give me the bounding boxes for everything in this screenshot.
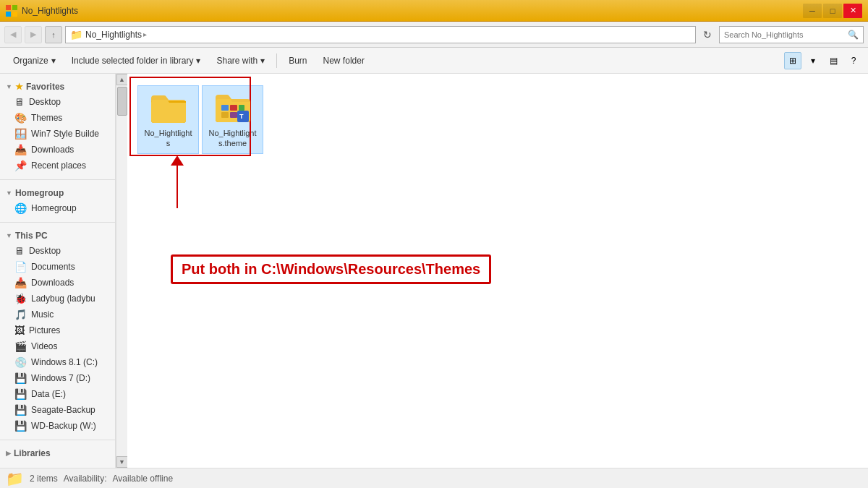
address-bar[interactable]: 📁 No_Hightlights ▸ — [65, 26, 696, 43]
desktop-icon: 🖥 — [14, 96, 25, 108]
sidebar-item-win7stylebuilder[interactable]: 🪟 Win7 Style Builde — [0, 126, 115, 142]
include-library-button[interactable]: Include selected folder in library ▾ — [64, 51, 208, 71]
svg-rect-7 — [221, 112, 229, 118]
themes-icon: 🎨 — [14, 112, 27, 124]
sidebar-item-documents[interactable]: 📄 Documents — [0, 259, 115, 275]
music-icon: 🎵 — [14, 309, 27, 320]
status-bar: 📁 2 items Availability: Available offlin… — [0, 468, 868, 488]
status-folder-icon: 📁 — [6, 470, 24, 487]
up-button[interactable]: ↑ — [45, 26, 62, 43]
thispc-header[interactable]: ▼ This PC — [0, 228, 115, 243]
address-path: No_Hightlights ▸ — [85, 30, 147, 40]
large-icons-view-button[interactable]: ⊞ — [784, 52, 801, 69]
address-folder-icon: 📁 — [70, 29, 82, 40]
folder-icon-wrapper — [151, 90, 186, 125]
svg-text:T: T — [239, 113, 244, 120]
documents-icon: 📄 — [14, 261, 27, 273]
sidebar-item-videos[interactable]: 🎬 Videos — [0, 338, 115, 354]
view-dropdown-button[interactable]: ▾ — [804, 52, 822, 69]
help-button[interactable]: ? — [845, 52, 862, 69]
sidebar-item-desktop[interactable]: 🖥 Desktop — [0, 94, 115, 110]
downloads-icon: 📥 — [14, 144, 27, 155]
desktop2-icon: 🖥 — [14, 245, 25, 257]
scroll-down-arrow[interactable]: ▼ — [116, 456, 128, 468]
sidebar-item-pictures[interactable]: 🖼 Pictures — [0, 322, 115, 338]
toolbar-separator — [276, 53, 277, 68]
pictures-icon: 🖼 — [14, 325, 25, 336]
file-list: No_Hightlights — [137, 85, 861, 154]
divider-2 — [0, 222, 115, 223]
folder-icon — [151, 93, 186, 123]
homegroup-header[interactable]: ▼ Homegroup — [0, 186, 115, 200]
address-arrow: ▸ — [143, 30, 147, 38]
recentplaces-icon: 📌 — [14, 160, 27, 171]
forward-button[interactable]: ▶ — [25, 26, 42, 43]
sidebar: ▼ ★ Favorites 🖥 Desktop 🎨 Themes 🪟 Win7 … — [0, 74, 116, 468]
svg-rect-5 — [230, 105, 237, 111]
svg-rect-3 — [12, 12, 17, 17]
sidebar-panel: ▼ ★ Favorites 🖥 Desktop 🎨 Themes 🪟 Win7 … — [0, 74, 127, 468]
annotation-text: Put both in C:\Windows\Resources\Themes — [182, 261, 480, 277]
burn-button[interactable]: Burn — [281, 51, 314, 71]
organize-button[interactable]: Organize ▾ — [6, 51, 63, 71]
favorites-section: ▼ ★ Favorites 🖥 Desktop 🎨 Themes 🪟 Win7 … — [0, 77, 115, 176]
svg-rect-6 — [239, 105, 244, 111]
seagate-icon: 💾 — [14, 404, 27, 416]
win7style-icon: 🪟 — [14, 128, 27, 140]
annotation-arrowhead — [171, 155, 184, 166]
sidebar-item-downloads2[interactable]: 📥 Downloads — [0, 275, 115, 291]
homegroup-icon: 🌐 — [14, 202, 27, 214]
libraries-section: ▶ Libraries — [0, 443, 115, 463]
app-icon — [6, 5, 17, 17]
search-icon: 🔍 — [848, 30, 859, 40]
close-button[interactable]: ✕ — [843, 4, 862, 18]
search-input[interactable] — [724, 30, 845, 39]
data-icon: 💾 — [14, 388, 27, 400]
content-area: No_Hightlights — [127, 74, 868, 468]
libraries-header[interactable]: ▶ Libraries — [0, 446, 115, 461]
toolbar: Organize ▾ Include selected folder in li… — [0, 48, 868, 74]
folder-item[interactable]: No_Hightlights — [137, 85, 199, 154]
favorites-header[interactable]: ▼ ★ Favorites — [0, 80, 115, 94]
sidebar-item-recentplaces[interactable]: 📌 Recent places — [0, 158, 115, 174]
divider-3 — [0, 440, 115, 440]
scroll-up-arrow[interactable]: ▲ — [116, 74, 128, 85]
svg-rect-8 — [230, 112, 237, 118]
maximize-button[interactable]: □ — [823, 4, 842, 18]
thispc-chevron: ▼ — [6, 232, 12, 239]
sidebar-item-wdbackup[interactable]: 💾 WD-Backup (W:) — [0, 418, 115, 434]
back-button[interactable]: ◀ — [4, 26, 22, 43]
svg-rect-0 — [6, 5, 11, 10]
svg-rect-2 — [6, 12, 11, 17]
main-layout: ▼ ★ Favorites 🖥 Desktop 🎨 Themes 🪟 Win7 … — [0, 74, 868, 468]
sidebar-item-music[interactable]: 🎵 Music — [0, 307, 115, 322]
homegroup-chevron: ▼ — [6, 189, 12, 197]
title-bar-controls: ─ □ ✕ — [803, 4, 862, 18]
sidebar-item-homegroup[interactable]: 🌐 Homegroup — [0, 200, 115, 216]
sidebar-item-themes[interactable]: 🎨 Themes — [0, 110, 115, 126]
folder-label: No_Hightlights — [142, 128, 194, 149]
sidebar-item-seagate[interactable]: 💾 Seagate-Backup — [0, 402, 115, 418]
sidebar-item-win81[interactable]: 💿 Windows 8.1 (C:) — [0, 354, 115, 370]
new-folder-button[interactable]: New folder — [316, 51, 372, 71]
annotation-line — [176, 159, 178, 208]
scroll-thumb[interactable] — [117, 87, 127, 116]
status-availability-label: Availability: — [64, 474, 107, 484]
share-button[interactable]: Share with ▾ — [209, 51, 272, 71]
status-availability-value: Available offline — [113, 474, 174, 484]
refresh-button[interactable]: ↻ — [699, 26, 716, 43]
theme-file-icon: T — [216, 90, 250, 125]
minimize-button[interactable]: ─ — [803, 4, 822, 18]
downloads2-icon: 📥 — [14, 277, 27, 288]
sidebar-item-win7[interactable]: 💾 Windows 7 (D:) — [0, 370, 115, 386]
search-box[interactable]: 🔍 — [719, 26, 864, 43]
sidebar-item-ladybug[interactable]: 🐞 Ladybug (ladybu — [0, 291, 115, 307]
title-bar: No_Hightlights ─ □ ✕ — [0, 0, 868, 22]
theme-item[interactable]: T No_Hightlights.theme — [202, 85, 263, 154]
sidebar-scrollbar[interactable]: ▲ ▼ — [116, 74, 127, 468]
sidebar-item-desktop2[interactable]: 🖥 Desktop — [0, 243, 115, 259]
details-pane-button[interactable]: ▤ — [825, 52, 842, 69]
sidebar-item-data[interactable]: 💾 Data (E:) — [0, 386, 115, 402]
toolbar-right: ⊞ ▾ ▤ ? — [784, 52, 862, 69]
sidebar-item-downloads[interactable]: 📥 Downloads — [0, 142, 115, 158]
